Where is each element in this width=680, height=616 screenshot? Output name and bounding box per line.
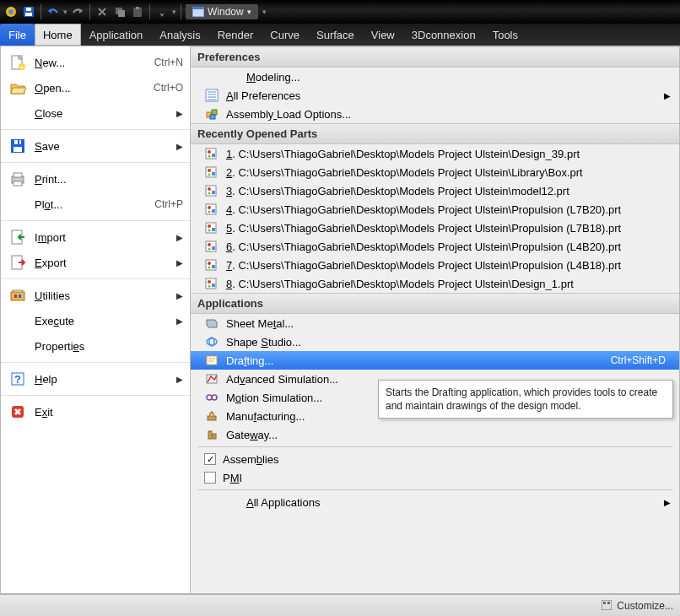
tab-analysis[interactable]: Analysis bbox=[151, 24, 208, 46]
svg-point-63 bbox=[208, 267, 211, 269]
item-label: 5. C:\Users\ThiagoGabriel\Desktop\Models… bbox=[226, 222, 671, 235]
svg-rect-78 bbox=[208, 416, 216, 420]
file-menu-left: New...Ctrl+NOpen...Ctrl+OClose▶Save▶Prin… bbox=[1, 46, 191, 593]
app-gateway[interactable]: Gateway... bbox=[191, 425, 679, 444]
svg-text:?: ? bbox=[14, 373, 21, 386]
drafting-icon bbox=[204, 354, 219, 367]
app-drafting[interactable]: Drafting...Ctrl+Shift+D bbox=[191, 351, 679, 370]
tab-tools[interactable]: Tools bbox=[484, 24, 526, 46]
svg-rect-24 bbox=[19, 294, 21, 298]
blank-icon bbox=[8, 195, 28, 213]
svg-rect-35 bbox=[210, 115, 215, 119]
menu-properties[interactable]: Properties bbox=[1, 333, 190, 359]
copy-icon[interactable] bbox=[112, 4, 127, 19]
tab-application[interactable]: Application bbox=[81, 24, 152, 46]
sheetmetal-icon bbox=[204, 316, 219, 330]
blank-icon bbox=[224, 70, 240, 84]
tab-3dconnexion[interactable]: 3Dconnexion bbox=[403, 24, 484, 46]
svg-rect-19 bbox=[13, 181, 22, 186]
checkbox[interactable] bbox=[204, 472, 216, 484]
undo-icon[interactable] bbox=[46, 4, 61, 19]
utilities-icon bbox=[8, 286, 28, 305]
blank-icon bbox=[8, 104, 28, 122]
submenu-arrow-icon: ▶ bbox=[176, 258, 183, 267]
recent-file[interactable]: 5. C:\Users\ThiagoGabriel\Desktop\Models… bbox=[191, 219, 679, 237]
menu-help[interactable]: ?Help▶ bbox=[1, 366, 190, 392]
menu-label: Exit bbox=[35, 406, 183, 419]
help-icon: ? bbox=[8, 370, 28, 388]
all-applications[interactable]: All Applications▶ bbox=[191, 493, 679, 511]
menu-label: Close bbox=[35, 107, 173, 120]
recent-file[interactable]: 3. C:\Users\ThiagoGabriel\Desktop\Models… bbox=[191, 181, 679, 200]
svg-point-37 bbox=[208, 150, 211, 154]
svg-rect-3 bbox=[25, 13, 32, 16]
touch-icon[interactable] bbox=[154, 4, 170, 19]
item-label: 6. C:\Users\ThiagoGabriel\Desktop\Models… bbox=[226, 240, 671, 253]
menu-close[interactable]: Close▶ bbox=[1, 100, 190, 126]
tab-home[interactable]: Home bbox=[35, 24, 81, 46]
save-toolbar-icon[interactable] bbox=[21, 4, 36, 19]
file-menu-right: PreferencesModeling...All Preferences▶As… bbox=[191, 46, 679, 593]
menu-import[interactable]: Import▶ bbox=[1, 224, 190, 250]
recent-file[interactable]: 7. C:\Users\ThiagoGabriel\Desktop\Models… bbox=[191, 256, 679, 274]
app-sheet-metal[interactable]: Sheet Metal... bbox=[191, 314, 679, 332]
toggle-assemblies[interactable]: ✓Assemblies bbox=[191, 450, 679, 468]
menu-utilities[interactable]: Utilities▶ bbox=[1, 283, 190, 308]
separator bbox=[181, 4, 181, 19]
blank-icon bbox=[8, 311, 28, 330]
recent-file[interactable]: 1. C:\Users\ThiagoGabriel\Desktop\Models… bbox=[191, 144, 679, 163]
recent-file[interactable]: 2. C:\Users\ThiagoGabriel\Desktop\Models… bbox=[191, 163, 679, 181]
tab-surface[interactable]: Surface bbox=[308, 24, 363, 46]
recent-file[interactable]: 4. C:\Users\ThiagoGabriel\Desktop\Models… bbox=[191, 200, 679, 219]
recent-file[interactable]: 6. C:\Users\ThiagoGabriel\Desktop\Models… bbox=[191, 237, 679, 256]
menu-execute[interactable]: Execute▶ bbox=[1, 308, 190, 333]
cut-icon[interactable] bbox=[94, 4, 110, 19]
window-menu-button[interactable]: Window ▾ bbox=[186, 4, 258, 19]
item-label: All Applications bbox=[246, 496, 661, 509]
tab-curve[interactable]: Curve bbox=[262, 24, 308, 46]
menu-new[interactable]: New...Ctrl+N bbox=[1, 50, 190, 75]
recent-file[interactable]: 8. C:\Users\ThiagoGabriel\Desktop\Models… bbox=[191, 274, 679, 293]
submenu-arrow-icon: ▶ bbox=[176, 233, 183, 242]
manufacturing-icon bbox=[204, 409, 219, 423]
menu-plot[interactable]: Plot...Ctrl+P bbox=[1, 192, 190, 217]
svg-point-68 bbox=[207, 338, 217, 345]
app-shape-studio[interactable]: Shape Studio... bbox=[191, 332, 679, 351]
shortcut: Ctrl+P bbox=[154, 198, 183, 210]
item-label: 7. C:\Users\ThiagoGabriel\Desktop\Models… bbox=[226, 259, 671, 272]
svg-point-65 bbox=[208, 280, 211, 284]
part-icon bbox=[204, 165, 219, 179]
paste-icon[interactable] bbox=[130, 4, 145, 19]
pref-assembly-load-options[interactable]: Assembly Load Options... bbox=[191, 105, 679, 123]
menu-label: Properties bbox=[35, 340, 183, 353]
menu-exit[interactable]: Exit bbox=[1, 399, 190, 424]
item-label: 8. C:\Users\ThiagoGabriel\Desktop\Models… bbox=[226, 278, 671, 290]
pref-modeling[interactable]: Modeling... bbox=[191, 68, 679, 86]
menu-print[interactable]: Print... bbox=[1, 166, 190, 192]
tab-view[interactable]: View bbox=[363, 24, 403, 46]
pref-all-preferences[interactable]: All Preferences▶ bbox=[191, 86, 679, 105]
customize-link[interactable]: Customize... bbox=[617, 600, 673, 612]
part-icon bbox=[204, 221, 219, 235]
menu-open[interactable]: Open...Ctrl+O bbox=[1, 75, 190, 100]
menu-save[interactable]: Save▶ bbox=[1, 133, 190, 159]
svg-point-49 bbox=[208, 206, 211, 209]
tab-render[interactable]: Render bbox=[209, 24, 262, 46]
svg-point-43 bbox=[208, 174, 211, 176]
redo-icon[interactable] bbox=[70, 4, 85, 19]
list-icon bbox=[204, 89, 219, 102]
toggle-pmi[interactable]: PMI bbox=[191, 468, 679, 487]
item-label: All Preferences bbox=[226, 89, 661, 102]
checkbox[interactable]: ✓ bbox=[204, 453, 216, 465]
item-label: 3. C:\Users\ThiagoGabriel\Desktop\Models… bbox=[226, 185, 671, 197]
svg-rect-58 bbox=[212, 246, 215, 250]
title-bar: ▾ ▾ Window ▾ ▾ bbox=[0, 0, 680, 24]
tooltip-text: Starts the Drafting application, which p… bbox=[386, 386, 657, 412]
menu-label: Plot... bbox=[35, 198, 154, 211]
status-bar: Customize... bbox=[0, 594, 680, 616]
customize-icon bbox=[602, 600, 613, 612]
tab-file[interactable]: File bbox=[0, 24, 35, 46]
menu-export[interactable]: Export▶ bbox=[1, 250, 190, 275]
menu-label: Import bbox=[35, 231, 173, 244]
shortcut: Ctrl+Shift+D bbox=[611, 354, 666, 366]
